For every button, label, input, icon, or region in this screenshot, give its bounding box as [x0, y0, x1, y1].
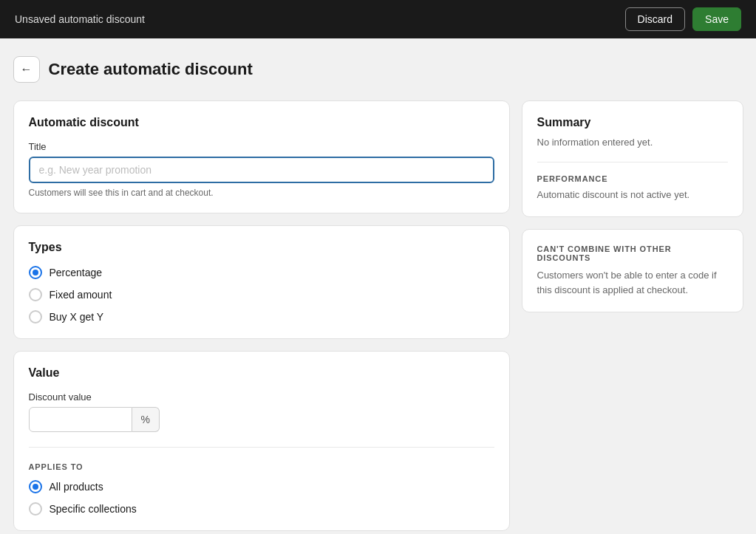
- topbar-title: Unsaved automatic discount: [15, 13, 145, 25]
- right-column: Summary No information entered yet. PERF…: [522, 100, 743, 312]
- type-fixed-label: Fixed amount: [50, 289, 112, 301]
- content-grid: Automatic discount Title Customers will …: [13, 100, 743, 531]
- summary-title: Summary: [537, 116, 728, 129]
- topbar-actions: Discard Save: [625, 7, 741, 31]
- applies-to-radio-group: All products Specific collections: [29, 480, 494, 516]
- discard-button[interactable]: Discard: [625, 7, 685, 31]
- combine-title: CAN'T COMBINE WITH OTHER DISCOUNTS: [537, 244, 728, 262]
- summary-no-info: No information entered yet.: [537, 135, 728, 150]
- combine-card: CAN'T COMBINE WITH OTHER DISCOUNTS Custo…: [522, 229, 743, 312]
- discount-value-row: %: [29, 407, 494, 432]
- applies-specific-collections-item[interactable]: Specific collections: [29, 502, 494, 516]
- value-card-title: Value: [29, 366, 494, 380]
- left-column: Automatic discount Title Customers will …: [13, 100, 510, 531]
- back-icon: ←: [21, 63, 33, 76]
- applies-all-products-label: All products: [50, 481, 103, 493]
- automatic-discount-card: Automatic discount Title Customers will …: [13, 100, 510, 213]
- discount-value-label: Discount value: [29, 391, 494, 403]
- performance-label: PERFORMANCE: [537, 162, 728, 183]
- automatic-discount-card-title: Automatic discount: [29, 116, 494, 129]
- title-field-label: Title: [29, 141, 494, 152]
- summary-card: Summary No information entered yet. PERF…: [522, 100, 743, 217]
- value-card: Value Discount value % APPLIES TO All pr…: [13, 351, 510, 531]
- type-fixed-radio[interactable]: [29, 288, 42, 301]
- back-button[interactable]: ←: [13, 56, 40, 83]
- page-title: Create automatic discount: [49, 60, 253, 79]
- applies-to-label: APPLIES TO: [29, 462, 494, 471]
- applies-specific-collections-radio[interactable]: [29, 502, 42, 516]
- type-percentage-radio[interactable]: [29, 266, 42, 279]
- type-percentage-label: Percentage: [50, 267, 103, 278]
- applies-specific-collections-label: Specific collections: [50, 503, 137, 515]
- page: ← Create automatic discount Automatic di…: [1, 38, 755, 534]
- type-bxgy-item[interactable]: Buy X get Y: [29, 310, 494, 324]
- applies-all-products-radio[interactable]: [29, 480, 42, 493]
- type-bxgy-radio[interactable]: [29, 310, 42, 324]
- applies-all-products-item[interactable]: All products: [29, 480, 494, 493]
- type-fixed-item[interactable]: Fixed amount: [29, 288, 494, 301]
- discount-value-input[interactable]: [29, 407, 132, 432]
- performance-text: Automatic discount is not active yet.: [537, 188, 728, 202]
- type-percentage-item[interactable]: Percentage: [29, 266, 494, 279]
- combine-text: Customers won't be able to enter a code …: [537, 268, 728, 297]
- page-header: ← Create automatic discount: [13, 56, 743, 83]
- types-radio-group: Percentage Fixed amount Buy X get Y: [29, 266, 494, 324]
- types-card-title: Types: [29, 241, 494, 254]
- save-button[interactable]: Save: [692, 7, 741, 31]
- section-divider: [29, 447, 494, 448]
- types-card: Types Percentage Fixed amount Buy X get …: [13, 225, 510, 339]
- discount-value-suffix: %: [132, 407, 160, 432]
- type-bxgy-label: Buy X get Y: [50, 311, 104, 323]
- title-field-hint: Customers will see this in cart and at c…: [29, 188, 494, 198]
- title-input[interactable]: [29, 157, 494, 183]
- topbar: Unsaved automatic discount Discard Save: [0, 0, 756, 38]
